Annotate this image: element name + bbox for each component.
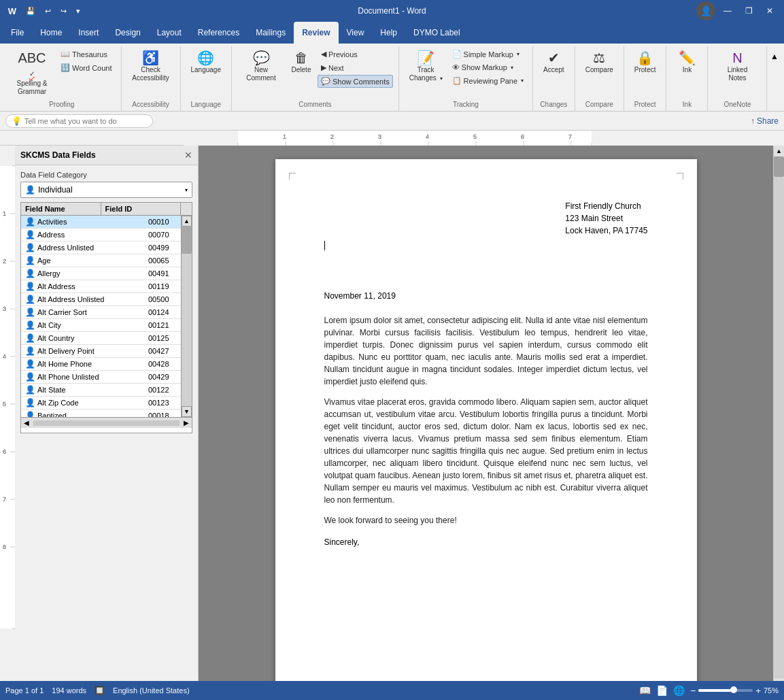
check-accessibility-btn[interactable]: ♿ Check Accessibility (127, 48, 175, 86)
read-mode-btn[interactable]: 📖 (639, 685, 651, 696)
table-row[interactable]: 👤 Alt City 00121 (21, 319, 192, 332)
table-row[interactable]: 👤 Alt Carrier Sort 00124 (21, 306, 192, 319)
field-name: Alt Country (37, 334, 74, 342)
table-header: Field Name Field ID (21, 203, 192, 216)
zoom-slider[interactable] (698, 689, 753, 692)
ink-btn[interactable]: ✏️ Ink (672, 48, 702, 78)
ruler-svg: 1 2 3 4 5 6 7 (184, 131, 784, 146)
ribbon-group-proofing: ABC✓ Spelling & Grammar 📖 Thesaurus 🔢 Wo… (3, 46, 122, 111)
row-user-icon: 👤 (25, 282, 35, 291)
tab-layout[interactable]: Layout (149, 22, 190, 44)
compare-btn[interactable]: ⚖ Compare (581, 48, 618, 78)
share-btn[interactable]: ↑ Share (751, 116, 779, 126)
vscroll-track (774, 156, 784, 678)
field-name: Alt Carrier Sort (37, 308, 87, 316)
field-id: 00427 (148, 347, 169, 355)
table-row[interactable]: 👤 Address Unlisted 00499 (21, 241, 192, 254)
language-btn[interactable]: 🌐 Language (186, 48, 226, 78)
next-comment-btn[interactable]: ▶ Next (318, 61, 347, 74)
print-layout-btn[interactable]: 📄 (656, 685, 668, 696)
word-count-btn[interactable]: 🔢 Word Count (57, 61, 116, 74)
collapse-ribbon-btn[interactable]: ▲ (768, 49, 781, 64)
table-row[interactable]: 👤 Age 00065 (21, 254, 192, 267)
row-user-icon: 👤 (25, 385, 35, 395)
table-row[interactable]: 👤 Baptized 00018 (21, 410, 192, 417)
svg-text:3: 3 (3, 305, 6, 312)
corner-mark-tr (677, 173, 683, 180)
tab-view[interactable]: View (339, 22, 373, 44)
ribbon-group-changes: ✔ Accept Changes (533, 46, 575, 111)
table-row[interactable]: 👤 Alt Home Phone 00428 (21, 358, 192, 371)
table-row[interactable]: 👤 Alt Country 00125 (21, 332, 192, 345)
spelling-grammar-btn[interactable]: ABC✓ Spelling & Grammar (8, 48, 56, 99)
tab-references[interactable]: References (190, 22, 248, 44)
table-row[interactable]: 👤 Address 00070 (21, 229, 192, 241)
tracking-small-btns: 📄 Simple Markup ▾ 👁 Show Markup ▾ 📋 Revi… (449, 48, 528, 87)
table-row[interactable]: 👤 Alt Address Unlisted 00500 (21, 293, 192, 306)
protect-btn[interactable]: 🔒 Protect (630, 48, 661, 78)
show-markup-btn[interactable]: 👁 Show Markup ▾ (449, 61, 517, 73)
svg-rect-19 (0, 166, 15, 629)
restore-btn[interactable]: ❐ (740, 3, 758, 18)
delete-comment-btn[interactable]: 🗑 Delete (286, 48, 316, 78)
table-row[interactable]: 👤 Alt Zip Code 00123 (21, 397, 192, 410)
tab-dymo-label[interactable]: DYMO Label (405, 22, 468, 44)
table-row[interactable]: 👤 Alt Phone Unlisted 00429 (21, 371, 192, 384)
close-btn[interactable]: ✕ (761, 3, 779, 18)
tab-home[interactable]: Home (32, 22, 70, 44)
show-comments-btn[interactable]: 💬 Show Comments (318, 75, 393, 88)
field-id: 00428 (148, 360, 169, 368)
zoom-out-btn[interactable]: − (690, 686, 696, 696)
table-row[interactable]: 👤 Alt Address 00119 (21, 280, 192, 293)
field-name: Baptized (37, 412, 67, 417)
web-layout-btn[interactable]: 🌐 (673, 685, 685, 696)
table-rows: 👤 Activities 00010 👤 Address 00070 👤 Add… (21, 216, 192, 417)
linked-notes-btn[interactable]: N Linked Notes (713, 48, 761, 86)
tab-file[interactable]: File (3, 22, 32, 44)
zoom-thumb[interactable] (730, 686, 737, 693)
address-line2: 123 Main Street (565, 212, 647, 224)
table-row[interactable]: 👤 Allergy 00491 (21, 267, 192, 280)
scroll-up-btn[interactable]: ▲ (182, 216, 192, 227)
dropdown-chevron-icon: ▾ (185, 187, 188, 193)
table-row[interactable]: 👤 Activities 00010 (21, 216, 192, 229)
vscroll-up-btn[interactable]: ▲ (774, 146, 784, 156)
customize-qat-btn[interactable]: ▾ (73, 5, 83, 17)
zoom-in-btn[interactable]: + (755, 686, 761, 696)
doc-address-block: First Friendly Church 123 Main Street Lo… (565, 200, 647, 237)
save-qat-btn[interactable]: 💾 (23, 5, 38, 17)
tab-help[interactable]: Help (372, 22, 405, 44)
field-id: 00122 (148, 386, 169, 394)
track-changes-btn[interactable]: 📝 TrackChanges ▾ (405, 48, 447, 86)
tab-review[interactable]: Review (294, 22, 338, 44)
side-panel-close-btn[interactable]: ✕ (184, 150, 192, 161)
tab-mailings[interactable]: Mailings (248, 22, 294, 44)
hscroll-left-btn[interactable]: ◀ (21, 419, 32, 427)
tell-me-input[interactable] (24, 117, 147, 125)
cursor-area[interactable] (324, 241, 648, 250)
doc-body[interactable]: Lorem ipsum dolor sit amet, consectetur … (324, 314, 648, 527)
field-name-cell: 👤 Address Unlisted (21, 241, 144, 254)
minimize-btn[interactable]: — (718, 3, 737, 18)
document-area[interactable]: First Friendly Church 123 Main Street Lo… (199, 146, 773, 689)
redo-qat-btn[interactable]: ↪ (58, 5, 69, 17)
svg-rect-1 (238, 131, 592, 146)
thesaurus-btn[interactable]: 📖 Thesaurus (57, 48, 111, 61)
hscroll-right-btn[interactable]: ▶ (181, 419, 192, 427)
protect-content: 🔒 Protect (630, 48, 661, 99)
tab-design[interactable]: Design (107, 22, 148, 44)
tab-insert[interactable]: Insert (70, 22, 107, 44)
profile-avatar[interactable]: 👤 (696, 1, 715, 20)
category-dropdown[interactable]: 👤 Individual ▾ (20, 182, 192, 198)
table-row[interactable]: 👤 Alt State 00122 (21, 384, 192, 397)
new-comment-btn[interactable]: 💬 New Comment (237, 48, 285, 86)
scroll-down-btn[interactable]: ▼ (182, 406, 192, 417)
simple-markup-btn[interactable]: 📄 Simple Markup ▾ (449, 48, 523, 61)
undo-qat-btn[interactable]: ↩ (42, 5, 54, 17)
reviewing-pane-btn[interactable]: 📋 Reviewing Pane ▾ (449, 74, 528, 87)
field-id: 00500 (148, 295, 169, 303)
table-row[interactable]: 👤 Alt Delivery Point 00427 (21, 345, 192, 358)
accept-btn[interactable]: ✔ Accept (539, 48, 569, 78)
previous-comment-btn[interactable]: ◀ Previous (318, 48, 361, 61)
row-user-icon: 👤 (25, 320, 35, 330)
